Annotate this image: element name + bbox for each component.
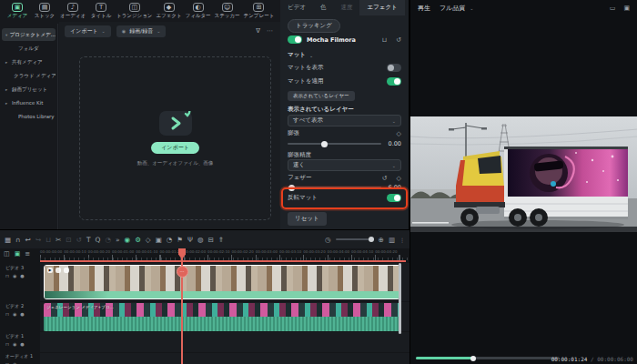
video-clip-generated[interactable]: ジェネレーション メディア+プロ... [44,303,400,331]
delete-icon[interactable]: ⊔ [46,236,51,244]
speed-icon[interactable]: ◔ [167,236,173,244]
feather-slider[interactable] [288,187,381,188]
expansion-slider[interactable] [288,143,381,145]
lock-icon[interactable]: ⊓ [5,311,9,317]
sidebar-item[interactable]: フォルダ [2,42,56,55]
display-device-icon[interactable]: ▭ [610,5,616,12]
crop-icon[interactable]: ⊡ [66,236,71,244]
motion-tracking-icon[interactable]: ⚙ [135,236,141,244]
more-tools-icon[interactable]: » [116,236,120,244]
collapse-icon[interactable]: ⌄ [309,53,313,58]
marker-icon[interactable]: ⚑ [177,236,183,244]
preview-video[interactable] [410,116,637,232]
quality-dropdown[interactable]: フル品質 ⌄ [440,4,474,13]
visible-layers-select[interactable]: すべて表示 ⌄ [288,115,401,126]
snapshot-icon[interactable]: ▣ [623,5,630,12]
snapshot-icon[interactable]: ▣ [156,236,162,244]
sidebar-item[interactable]: Photos Library [2,110,56,123]
menu-item[interactable]: ☺ ステッカー [215,3,240,19]
lock-icon[interactable]: ⊓ [5,341,9,347]
sidebar-item[interactable]: クラウド メディア [2,69,56,82]
track-grid-icon[interactable]: ▥ [389,236,395,244]
properties-tab[interactable]: 色 [313,0,334,15]
properties-tab[interactable]: 速度 [333,0,359,15]
tracking-button[interactable]: トラッキング [288,19,340,33]
seek-bar[interactable] [416,357,560,359]
keyframe-diamond-icon[interactable]: ◇ [397,175,401,182]
more-dots-icon[interactable]: ⋮ [399,237,405,243]
track-lane-video1[interactable] [40,332,410,352]
mask-icon[interactable]: ◉ [125,236,131,244]
record-dropdown[interactable]: ◉ 録画/録音 ⌄ [116,25,167,37]
rotate-icon[interactable]: ↺ [76,236,82,244]
keyframe-icon[interactable]: ◇ [146,236,151,244]
sidebar-item[interactable]: ▾ プロジェクトメデ... [2,28,56,41]
time-ruler[interactable]: 00:00:00:00 00:00:00:10 00:00:00:20 00:0… [40,248,410,260]
mute-icon[interactable]: ● [20,341,24,347]
more-options-icon[interactable]: ⋯ [267,27,273,35]
keyframe-diamond-icon[interactable]: ◇ [397,130,401,137]
slider-knob[interactable] [369,237,374,242]
timeline-zoom-slider[interactable] [336,238,374,240]
menu-item[interactable]: ▤ ストック [33,3,56,19]
lock-icon[interactable]: ⊓ [5,273,9,278]
menu-item[interactable]: ♪ オーディオ [60,3,86,19]
export-frame-icon[interactable]: ⇑ [218,236,224,244]
undo-icon[interactable]: ↩ [25,236,31,244]
precision-select[interactable]: 速く ⌄ [288,159,401,171]
show-matte-toggle[interactable] [387,64,401,72]
playhead[interactable]: ⋯ [181,248,183,364]
quick-split-icon[interactable]: ◔ [105,236,111,244]
eye-icon[interactable]: ◉ [13,311,16,317]
slider-knob[interactable] [321,141,328,147]
playhead-handle[interactable]: ⋯ [177,266,188,278]
track-settings-icon[interactable]: ▦ [5,236,11,244]
split-icon[interactable]: ✂ [56,236,61,244]
sidebar-item[interactable]: ▸ 録画プリセット [2,83,56,96]
menu-item[interactable]: ▣ メディア [5,3,29,19]
zoom-out-icon[interactable]: ◷ [325,236,331,244]
reset-button[interactable]: リセット [288,212,327,226]
track-tools-icon[interactable]: ≡ [25,250,30,258]
auto-ripple-icon[interactable]: ▣ [15,250,21,258]
slider-knob[interactable] [288,185,295,191]
import-dropzone[interactable]: インポート 動画、オーディオファイル、画像 [79,56,271,220]
reset-feather-icon[interactable]: ↺ [382,175,388,182]
import-button[interactable]: インポート [151,142,199,154]
reset-effect-icon[interactable]: ↺ [396,36,401,44]
import-dropdown[interactable]: インポート ⌄ [65,25,111,37]
snap-icon[interactable]: ∩ [15,236,21,244]
sidebar-item[interactable]: ▸ 共有メディア [2,56,56,68]
menu-item[interactable]: T タイトル [89,3,113,19]
zoom-tool-icon[interactable]: Q [96,236,101,244]
eye-icon[interactable]: ◉ [13,273,16,278]
pip-icon[interactable]: ⊟ [207,236,213,244]
filter-view-icon[interactable]: ∇ [256,27,260,35]
menu-item[interactable]: ◐ フィルター [186,3,211,19]
redo-icon[interactable]: ↪ [35,236,41,244]
chroma-key-icon[interactable]: ◍ [197,236,204,244]
zoom-fit-icon[interactable]: ⊕ [379,236,384,244]
visible-layers-button[interactable]: 表示されているレイヤー [288,91,355,101]
mute-icon[interactable]: ● [20,273,24,278]
properties-tab[interactable]: ビデオ [280,0,313,15]
effect-enable-toggle[interactable] [288,35,302,44]
link-clips-icon[interactable]: ◫ [4,250,10,258]
menu-item[interactable]: ◫ トランジション [116,3,152,19]
track-lane-audio1[interactable] [40,353,410,364]
apply-matte-toggle[interactable] [387,77,401,86]
video-clip-truck[interactable]: ▶ [44,265,400,299]
menu-item[interactable]: ⊞ テンプレート [244,3,275,19]
eye-icon[interactable]: ◉ [13,341,16,347]
menu-item[interactable]: ◆ エフェクト [156,3,181,19]
play-menu[interactable]: 再生 [418,4,430,13]
mute-icon[interactable]: ● [20,311,24,317]
text-icon[interactable]: T [86,236,91,244]
seek-knob[interactable] [470,356,476,361]
properties-tab[interactable]: エフェクト [359,0,404,15]
timeline-scrollbar[interactable] [399,263,401,334]
voiceover-icon[interactable]: Ψ [187,236,193,244]
invert-matte-toggle[interactable] [387,194,401,202]
trash-icon[interactable]: ⊔ [382,36,387,44]
sidebar-item[interactable]: ▸ Influence Kit [2,96,56,109]
